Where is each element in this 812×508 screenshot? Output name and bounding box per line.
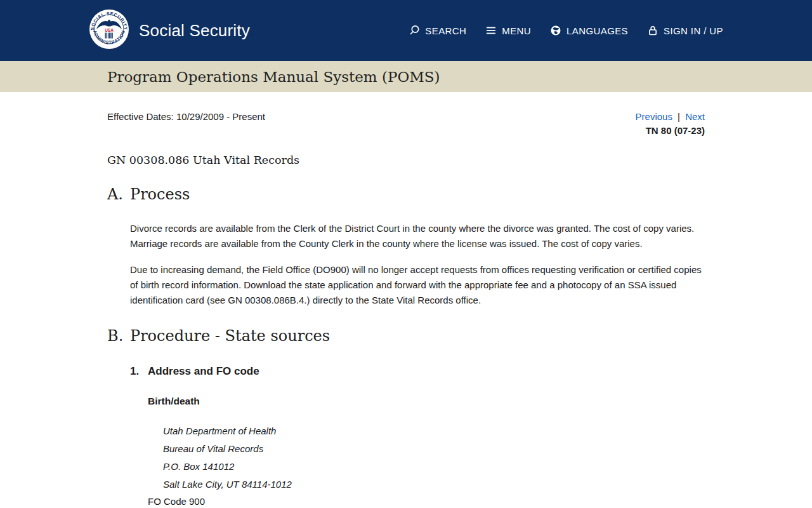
main-content: Effective Dates: 10/29/2009 - Present Pr…	[107, 110, 705, 508]
search-icon	[409, 25, 420, 36]
address-line: P.O. Box 141012	[163, 458, 705, 476]
section-a-label: A.	[107, 185, 130, 203]
section-b-title: Procedure - State sources	[130, 327, 330, 345]
ssa-home-link[interactable]: SOCIAL SECURITY ADMINISTRATION USA	[89, 9, 250, 52]
lock-icon	[647, 25, 658, 36]
globe-icon	[550, 25, 561, 36]
fo-code: FO Code 900	[148, 494, 705, 508]
birth-death-label: Birth/death	[148, 396, 705, 407]
poms-banner: Program Operations Manual System (POMS)	[0, 61, 812, 92]
effective-dates: Effective Dates: 10/29/2009 - Present	[107, 110, 265, 123]
section-a-title: Process	[130, 185, 190, 203]
meta-row: Effective Dates: 10/29/2009 - Present Pr…	[107, 110, 705, 123]
pagination-separator: |	[678, 111, 680, 122]
section-a-body: Divorce records are available from the C…	[130, 221, 705, 308]
nav-menu-label: MENU	[502, 25, 531, 36]
subsection-1-title: Address and FO code	[148, 365, 259, 378]
menu-icon	[485, 25, 497, 36]
transmittal-number: TN 80 (07-23)	[107, 125, 705, 136]
nav-languages[interactable]: LANGUAGES	[550, 25, 628, 36]
site-header: SOCIAL SECURITY ADMINISTRATION USA	[0, 0, 812, 61]
next-link[interactable]: Next	[685, 111, 705, 122]
previous-link[interactable]: Previous	[636, 111, 672, 122]
address-line: Salt Lake City, UT 84114-1012	[163, 476, 705, 493]
section-b-heading: B. Procedure - State sources	[107, 327, 705, 345]
section-b-label: B.	[107, 327, 130, 345]
subsection-1-number: 1.	[130, 365, 148, 378]
nav-languages-label: LANGUAGES	[566, 25, 628, 36]
nav-menu[interactable]: MENU	[485, 25, 531, 36]
nav-search[interactable]: SEARCH	[409, 25, 466, 36]
top-nav: SEARCH MENU	[409, 25, 723, 36]
document-title: GN 00308.086 Utah Vital Records	[107, 154, 705, 166]
ssa-seal-logo: SOCIAL SECURITY ADMINISTRATION USA	[89, 9, 129, 52]
page-title: Program Operations Manual System (POMS)	[107, 69, 705, 85]
poms-banner-inner: Program Operations Manual System (POMS)	[107, 61, 705, 92]
section-a-paragraph-1: Divorce records are available from the C…	[130, 221, 705, 251]
header-inner: SOCIAL SECURITY ADMINISTRATION USA	[89, 0, 723, 61]
subsection-1-heading: 1. Address and FO code	[130, 365, 705, 378]
address-block: Utah Department of Health Bureau of Vita…	[163, 422, 705, 493]
brand-name: Social Security	[139, 21, 250, 41]
pagination: Previous | Next	[636, 110, 705, 123]
nav-search-label: SEARCH	[425, 25, 466, 36]
section-a-paragraph-2: Due to increasing demand, the Field Offi…	[130, 262, 705, 308]
section-a-heading: A. Process	[107, 185, 705, 203]
nav-sign-in[interactable]: SIGN IN / UP	[647, 25, 723, 36]
seal-usa-text: USA	[105, 28, 114, 32]
address-line: Bureau of Vital Records	[163, 440, 705, 458]
nav-sign-in-label: SIGN IN / UP	[664, 25, 723, 36]
address-line: Utah Department of Health	[163, 422, 705, 440]
